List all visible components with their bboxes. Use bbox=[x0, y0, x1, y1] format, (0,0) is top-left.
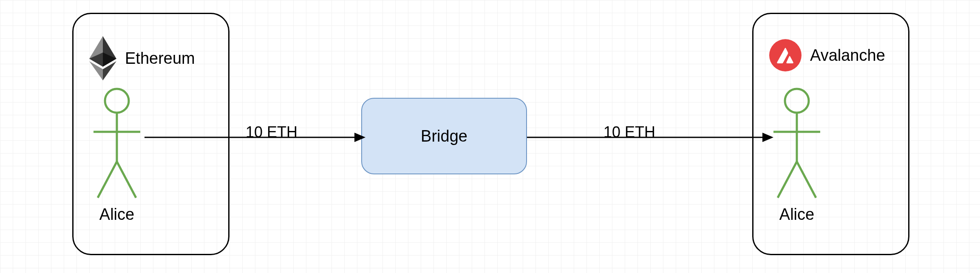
svg-point-6 bbox=[105, 89, 129, 113]
svg-line-9 bbox=[98, 162, 117, 198]
avalanche-icon bbox=[769, 39, 802, 71]
svg-point-11 bbox=[785, 89, 809, 113]
svg-line-14 bbox=[778, 162, 797, 198]
person-icon bbox=[87, 87, 147, 202]
svg-marker-19 bbox=[762, 133, 773, 142]
edge-label-right: 10 ETH bbox=[603, 123, 655, 141]
actor-right-label: Alice bbox=[765, 205, 829, 224]
actor-left-label: Alice bbox=[85, 205, 149, 224]
avalanche-label: Avalanche bbox=[810, 46, 885, 65]
actor-alice-right: Alice bbox=[765, 87, 829, 224]
ethereum-header: Ethereum bbox=[89, 36, 195, 80]
ethereum-label: Ethereum bbox=[125, 49, 195, 68]
avalanche-header: Avalanche bbox=[769, 39, 885, 71]
bridge-box: Bridge bbox=[361, 98, 527, 174]
bridge-diagram: Ethereum Alice Bridge Avalanche bbox=[0, 0, 980, 273]
svg-line-15 bbox=[797, 162, 816, 198]
bridge-label: Bridge bbox=[421, 127, 467, 145]
svg-line-10 bbox=[117, 162, 136, 198]
svg-marker-17 bbox=[354, 133, 365, 142]
ethereum-icon bbox=[89, 36, 116, 80]
person-icon bbox=[767, 87, 827, 202]
actor-alice-left: Alice bbox=[85, 87, 149, 224]
edge-label-left: 10 ETH bbox=[246, 123, 297, 141]
